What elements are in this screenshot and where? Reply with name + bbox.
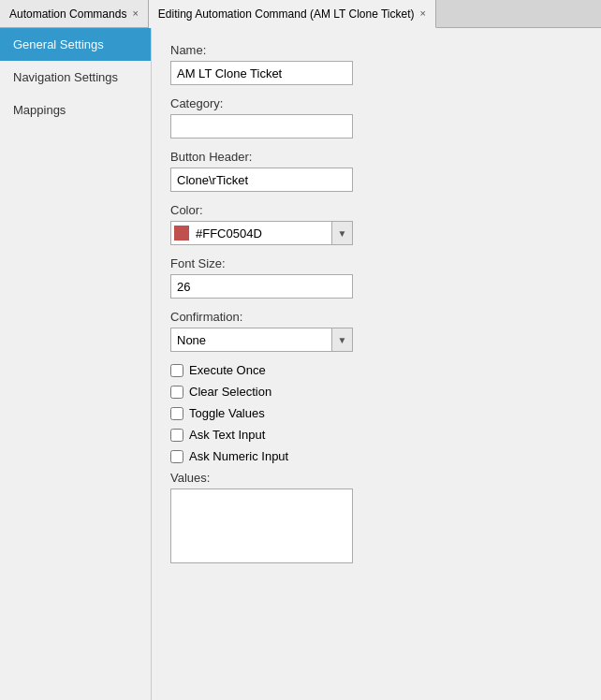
sidebar: General Settings Navigation Settings Map… — [0, 28, 152, 700]
main-area: General Settings Navigation Settings Map… — [0, 28, 601, 700]
toggle-values-label: Toggle Values — [189, 406, 265, 420]
sidebar-item-general-settings-label: General Settings — [13, 37, 104, 51]
confirmation-chevron-icon: ▼ — [338, 335, 347, 345]
color-value-text: #FFC0504D — [192, 226, 331, 241]
tab-editing-command-close[interactable]: × — [420, 8, 426, 19]
category-input[interactable] — [170, 114, 353, 139]
toggle-values-checkbox[interactable] — [170, 407, 183, 420]
ask-text-input-checkbox[interactable] — [170, 429, 183, 442]
name-field-group: Name: — [170, 43, 582, 85]
confirmation-field-group: Confirmation: None ▼ — [170, 310, 582, 352]
category-field-group: Category: — [170, 96, 582, 139]
confirmation-value-text: None — [171, 333, 331, 347]
values-label: Values: — [170, 471, 582, 485]
font-size-input[interactable] — [170, 274, 353, 299]
confirmation-dropdown-button[interactable]: ▼ — [331, 328, 352, 351]
button-header-field-group: Button Header: — [170, 150, 582, 192]
name-label: Name: — [170, 43, 582, 57]
category-label: Category: — [170, 96, 582, 110]
sidebar-item-mappings[interactable]: Mappings — [0, 94, 151, 126]
color-select-wrapper[interactable]: #FFC0504D ▼ — [170, 221, 353, 245]
tab-automation-commands[interactable]: Automation Commands × — [0, 0, 149, 27]
clear-selection-label: Clear Selection — [189, 385, 271, 399]
font-size-field-group: Font Size: — [170, 256, 582, 299]
tab-bar: Automation Commands × Editing Automation… — [0, 0, 601, 28]
checkbox-ask-numeric-input-row: Ask Numeric Input — [170, 449, 582, 463]
color-dropdown-button[interactable]: ▼ — [331, 222, 352, 244]
checkbox-ask-text-input-row: Ask Text Input — [170, 428, 582, 442]
font-size-label: Font Size: — [170, 256, 582, 270]
button-header-input[interactable] — [170, 168, 353, 192]
ask-numeric-input-label: Ask Numeric Input — [189, 449, 288, 463]
tab-automation-commands-label: Automation Commands — [9, 7, 126, 21]
execute-once-label: Execute Once — [189, 363, 266, 377]
tab-editing-command-label: Editing Automation Command (AM LT Clone … — [158, 7, 415, 21]
color-chevron-icon: ▼ — [338, 228, 347, 239]
checkbox-execute-once-row: Execute Once — [170, 363, 582, 377]
sidebar-item-general-settings[interactable]: General Settings — [0, 28, 151, 61]
execute-once-checkbox[interactable] — [170, 364, 183, 377]
checkbox-toggle-values-row: Toggle Values — [170, 406, 582, 420]
color-swatch-box — [174, 226, 189, 241]
sidebar-item-navigation-settings[interactable]: Navigation Settings — [0, 61, 151, 94]
ask-text-input-label: Ask Text Input — [189, 428, 265, 442]
values-textarea[interactable] — [170, 489, 353, 563]
checkbox-clear-selection-row: Clear Selection — [170, 385, 582, 399]
sidebar-item-navigation-settings-label: Navigation Settings — [13, 70, 118, 84]
color-label: Color: — [170, 203, 582, 217]
content-area: Name: Category: Button Header: Color: #F… — [152, 28, 601, 700]
confirmation-label: Confirmation: — [170, 310, 582, 324]
color-field-group: Color: #FFC0504D ▼ — [170, 203, 582, 245]
sidebar-item-mappings-label: Mappings — [13, 103, 66, 117]
name-input[interactable] — [170, 61, 353, 85]
button-header-label: Button Header: — [170, 150, 582, 164]
tab-automation-commands-close[interactable]: × — [132, 8, 138, 19]
values-field-group: Values: — [170, 471, 582, 566]
color-swatch-inner — [171, 222, 192, 244]
tab-editing-command[interactable]: Editing Automation Command (AM LT Clone … — [149, 0, 436, 28]
ask-numeric-input-checkbox[interactable] — [170, 450, 183, 463]
confirmation-dropdown[interactable]: None ▼ — [170, 328, 353, 352]
clear-selection-checkbox[interactable] — [170, 386, 183, 399]
